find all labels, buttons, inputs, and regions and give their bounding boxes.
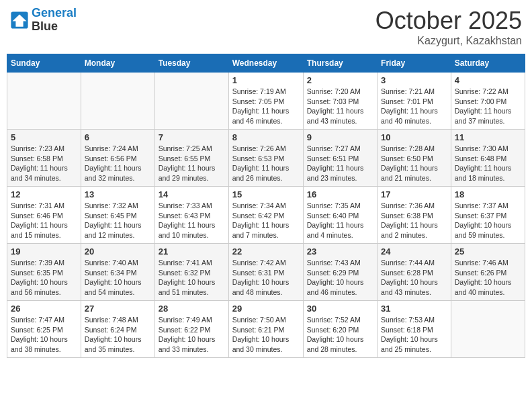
col-thursday: Thursday xyxy=(303,54,377,73)
day-number: 26 xyxy=(11,304,77,314)
table-row: 27Sunrise: 7:48 AMSunset: 6:24 PMDayligh… xyxy=(81,301,154,358)
table-row: 20Sunrise: 7:40 AMSunset: 6:34 PMDayligh… xyxy=(81,244,154,301)
day-number: 13 xyxy=(85,189,151,199)
table-row xyxy=(81,73,154,130)
day-info: Sunrise: 7:39 AMSunset: 6:35 PMDaylight:… xyxy=(11,258,77,298)
day-info: Sunrise: 7:36 AMSunset: 6:38 PMDaylight:… xyxy=(381,201,447,240)
day-number: 9 xyxy=(307,132,373,142)
day-number: 18 xyxy=(455,189,521,199)
day-info: Sunrise: 7:40 AMSunset: 6:34 PMDaylight:… xyxy=(85,258,151,298)
table-row: 7Sunrise: 7:25 AMSunset: 6:55 PMDaylight… xyxy=(154,130,228,187)
day-info: Sunrise: 7:27 AMSunset: 6:51 PMDaylight:… xyxy=(307,144,373,183)
day-info: Sunrise: 7:31 AMSunset: 6:46 PMDaylight:… xyxy=(11,201,77,240)
day-info: Sunrise: 7:21 AMSunset: 7:01 PMDaylight:… xyxy=(381,87,447,126)
col-tuesday: Tuesday xyxy=(154,54,228,73)
day-info: Sunrise: 7:33 AMSunset: 6:43 PMDaylight:… xyxy=(159,201,225,240)
day-number: 22 xyxy=(232,246,300,257)
table-row: 10Sunrise: 7:28 AMSunset: 6:50 PMDayligh… xyxy=(378,130,451,187)
day-info: Sunrise: 7:42 AMSunset: 6:31 PMDaylight:… xyxy=(232,258,300,298)
day-number: 6 xyxy=(85,132,151,142)
calendar-week-row: 12Sunrise: 7:31 AMSunset: 6:46 PMDayligh… xyxy=(7,187,525,244)
day-info: Sunrise: 7:20 AMSunset: 7:03 PMDaylight:… xyxy=(307,87,373,126)
col-friday: Friday xyxy=(378,54,451,73)
table-row: 26Sunrise: 7:47 AMSunset: 6:25 PMDayligh… xyxy=(7,301,81,358)
day-info: Sunrise: 7:47 AMSunset: 6:25 PMDaylight:… xyxy=(11,315,77,355)
table-row xyxy=(451,301,525,358)
table-row: 21Sunrise: 7:41 AMSunset: 6:32 PMDayligh… xyxy=(154,244,228,301)
logo-text: General Blue xyxy=(32,7,77,34)
table-row: 5Sunrise: 7:23 AMSunset: 6:58 PMDaylight… xyxy=(7,130,81,187)
day-number: 5 xyxy=(11,132,77,142)
day-number: 3 xyxy=(381,75,447,85)
table-row: 14Sunrise: 7:33 AMSunset: 6:43 PMDayligh… xyxy=(154,187,228,244)
day-info: Sunrise: 7:24 AMSunset: 6:56 PMDaylight:… xyxy=(85,144,151,183)
day-info: Sunrise: 7:49 AMSunset: 6:22 PMDaylight:… xyxy=(159,315,225,355)
table-row: 25Sunrise: 7:46 AMSunset: 6:26 PMDayligh… xyxy=(451,244,525,301)
day-number: 21 xyxy=(159,246,225,257)
calendar-week-row: 5Sunrise: 7:23 AMSunset: 6:58 PMDaylight… xyxy=(7,130,525,187)
month-title: October 2025 xyxy=(375,7,522,35)
day-info: Sunrise: 7:43 AMSunset: 6:29 PMDaylight:… xyxy=(307,258,373,298)
day-number: 19 xyxy=(11,246,77,257)
day-info: Sunrise: 7:23 AMSunset: 6:58 PMDaylight:… xyxy=(11,144,77,183)
header: General Blue October 2025 Kazygurt, Kaza… xyxy=(7,7,525,47)
table-row: 9Sunrise: 7:27 AMSunset: 6:51 PMDaylight… xyxy=(303,130,377,187)
table-row: 12Sunrise: 7:31 AMSunset: 6:46 PMDayligh… xyxy=(7,187,81,244)
location-title: Kazygurt, Kazakhstan xyxy=(375,35,522,47)
day-info: Sunrise: 7:50 AMSunset: 6:21 PMDaylight:… xyxy=(232,315,300,355)
title-block: October 2025 Kazygurt, Kazakhstan xyxy=(375,7,522,47)
table-row: 19Sunrise: 7:39 AMSunset: 6:35 PMDayligh… xyxy=(7,244,81,301)
table-row: 1Sunrise: 7:19 AMSunset: 7:05 PMDaylight… xyxy=(228,73,303,130)
col-wednesday: Wednesday xyxy=(228,54,303,73)
calendar-week-row: 26Sunrise: 7:47 AMSunset: 6:25 PMDayligh… xyxy=(7,301,525,358)
table-row: 22Sunrise: 7:42 AMSunset: 6:31 PMDayligh… xyxy=(228,244,303,301)
day-info: Sunrise: 7:53 AMSunset: 6:18 PMDaylight:… xyxy=(381,315,447,355)
table-row: 30Sunrise: 7:52 AMSunset: 6:20 PMDayligh… xyxy=(303,301,377,358)
day-number: 31 xyxy=(381,304,447,314)
day-number: 24 xyxy=(381,246,447,257)
table-row: 28Sunrise: 7:49 AMSunset: 6:22 PMDayligh… xyxy=(154,301,228,358)
calendar-header-row: Sunday Monday Tuesday Wednesday Thursday… xyxy=(7,54,525,73)
col-saturday: Saturday xyxy=(451,54,525,73)
day-info: Sunrise: 7:52 AMSunset: 6:20 PMDaylight:… xyxy=(307,315,373,355)
table-row: 13Sunrise: 7:32 AMSunset: 6:45 PMDayligh… xyxy=(81,187,154,244)
day-info: Sunrise: 7:30 AMSunset: 6:48 PMDaylight:… xyxy=(455,144,521,183)
day-number: 27 xyxy=(85,304,151,314)
day-number: 1 xyxy=(232,75,300,85)
day-number: 11 xyxy=(455,132,521,142)
day-number: 20 xyxy=(85,246,151,257)
col-sunday: Sunday xyxy=(7,54,81,73)
calendar-week-row: 1Sunrise: 7:19 AMSunset: 7:05 PMDaylight… xyxy=(7,73,525,130)
day-number: 4 xyxy=(455,75,521,85)
logo-icon xyxy=(10,11,29,30)
table-row xyxy=(7,73,81,130)
table-row: 23Sunrise: 7:43 AMSunset: 6:29 PMDayligh… xyxy=(303,244,377,301)
table-row: 6Sunrise: 7:24 AMSunset: 6:56 PMDaylight… xyxy=(81,130,154,187)
table-row: 17Sunrise: 7:36 AMSunset: 6:38 PMDayligh… xyxy=(378,187,451,244)
logo-line1: General xyxy=(32,6,77,19)
day-info: Sunrise: 7:26 AMSunset: 6:53 PMDaylight:… xyxy=(232,144,300,183)
day-info: Sunrise: 7:46 AMSunset: 6:26 PMDaylight:… xyxy=(455,258,521,298)
table-row: 16Sunrise: 7:35 AMSunset: 6:40 PMDayligh… xyxy=(303,187,377,244)
table-row: 3Sunrise: 7:21 AMSunset: 7:01 PMDaylight… xyxy=(378,73,451,130)
table-row: 8Sunrise: 7:26 AMSunset: 6:53 PMDaylight… xyxy=(228,130,303,187)
day-number: 16 xyxy=(307,189,373,199)
day-info: Sunrise: 7:22 AMSunset: 7:00 PMDaylight:… xyxy=(455,87,521,126)
day-info: Sunrise: 7:25 AMSunset: 6:55 PMDaylight:… xyxy=(159,144,225,183)
table-row: 29Sunrise: 7:50 AMSunset: 6:21 PMDayligh… xyxy=(228,301,303,358)
table-row: 18Sunrise: 7:37 AMSunset: 6:37 PMDayligh… xyxy=(451,187,525,244)
day-number: 2 xyxy=(307,75,373,85)
day-number: 15 xyxy=(232,189,300,199)
day-number: 8 xyxy=(232,132,300,142)
day-info: Sunrise: 7:32 AMSunset: 6:45 PMDaylight:… xyxy=(85,201,151,240)
table-row: 2Sunrise: 7:20 AMSunset: 7:03 PMDaylight… xyxy=(303,73,377,130)
day-number: 25 xyxy=(455,246,521,257)
day-number: 7 xyxy=(159,132,225,142)
day-info: Sunrise: 7:44 AMSunset: 6:28 PMDaylight:… xyxy=(381,258,447,298)
col-monday: Monday xyxy=(81,54,154,73)
day-number: 12 xyxy=(11,189,77,199)
calendar-week-row: 19Sunrise: 7:39 AMSunset: 6:35 PMDayligh… xyxy=(7,244,525,301)
table-row: 15Sunrise: 7:34 AMSunset: 6:42 PMDayligh… xyxy=(228,187,303,244)
day-info: Sunrise: 7:28 AMSunset: 6:50 PMDaylight:… xyxy=(381,144,447,183)
day-number: 14 xyxy=(159,189,225,199)
